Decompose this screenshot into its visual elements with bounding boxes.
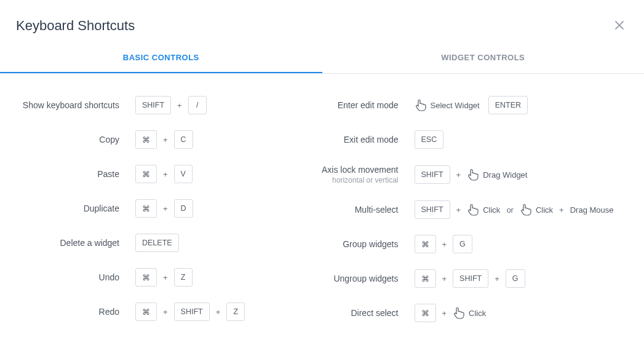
tab-bar: BASIC CONTROLS WIDGET CONTROLS	[0, 42, 644, 74]
shortcut-combo: ⌘ + G	[415, 235, 632, 253]
shortcut-row-multi-select: Multi-select SHIFT + Click or Click +	[322, 200, 632, 219]
shortcut-combo: Select Widget ENTER	[415, 96, 632, 114]
pointer-icon	[520, 204, 532, 216]
plus-separator: +	[442, 240, 447, 249]
action-select-widget: Select Widget	[415, 99, 480, 111]
shortcut-label: Delete a widget	[60, 238, 119, 248]
shortcut-combo: DELETE	[135, 234, 322, 252]
shortcut-label: Undo	[99, 272, 119, 282]
action-text: Select Widget	[431, 101, 480, 110]
shortcut-combo: ⌘ + SHIFT + Z	[135, 302, 322, 321]
action-text: Click	[483, 205, 500, 215]
pointer-icon	[467, 168, 479, 181]
or-separator: or	[506, 205, 514, 215]
shortcut-combo: SHIFT + /	[135, 96, 322, 114]
key-cmd: ⌘	[415, 304, 436, 322]
shortcut-label: Multi-select	[355, 205, 399, 215]
plus-separator: +	[163, 170, 168, 179]
pointer-icon	[467, 204, 479, 216]
shortcut-combo: ⌘ + SHIFT + G	[415, 269, 632, 288]
action-click: Click	[453, 307, 486, 319]
key-cmd: ⌘	[135, 302, 157, 321]
shortcut-label: Copy	[99, 135, 119, 144]
pointer-icon	[415, 99, 427, 111]
action-text: Click	[469, 309, 486, 318]
shortcut-label: Group widgets	[343, 239, 398, 249]
action-click: Click	[520, 204, 553, 216]
shortcut-row-show-shortcuts: Show keyboard shortcuts SHIFT + /	[12, 96, 322, 114]
close-button[interactable]	[611, 16, 628, 36]
key-cmd: ⌘	[415, 235, 436, 253]
shortcut-combo: ⌘ + D	[135, 199, 322, 218]
key-c: C	[174, 130, 193, 149]
shortcut-combo: SHIFT + Click or Click + Drag Mouse	[415, 200, 632, 219]
shortcut-row-copy: Copy ⌘ + C	[12, 130, 322, 149]
close-icon	[614, 20, 624, 30]
key-slash: /	[188, 96, 207, 114]
key-d: D	[174, 199, 193, 218]
shortcut-label: Enter edit mode	[338, 100, 399, 110]
shortcut-label: Direct select	[351, 308, 398, 318]
plus-separator: +	[456, 205, 461, 215]
key-shift: SHIFT	[135, 96, 171, 114]
tab-widget-controls[interactable]: WIDGET CONTROLS	[322, 42, 645, 73]
action-drag-mouse: Drag Mouse	[570, 205, 614, 215]
shortcut-row-undo: Undo ⌘ + Z	[12, 268, 322, 287]
shortcut-combo: ⌘ + Z	[135, 268, 322, 287]
shortcut-label: Duplicate	[84, 204, 119, 213]
modal-header: Keyboard Shortcuts	[0, 0, 644, 42]
shortcut-combo: ⌘ + Click	[415, 304, 632, 322]
shortcut-row-redo: Redo ⌘ + SHIFT + Z	[12, 302, 322, 321]
key-enter: ENTER	[488, 96, 528, 114]
shortcut-combo: ⌘ + C	[135, 130, 322, 149]
key-g: G	[453, 235, 472, 253]
key-cmd: ⌘	[415, 269, 436, 288]
plus-separator: +	[163, 135, 168, 144]
pointer-icon	[453, 307, 465, 319]
key-cmd: ⌘	[135, 199, 157, 218]
key-shift: SHIFT	[174, 302, 210, 321]
key-cmd: ⌘	[135, 165, 157, 183]
shortcut-combo: SHIFT + Drag Widget	[415, 165, 632, 184]
plus-separator: +	[177, 101, 182, 110]
key-g: G	[506, 269, 525, 288]
shortcut-label: Show keyboard shortcuts	[23, 100, 119, 110]
shortcut-row-axis-lock: Axis lock movement horizontal or vertica…	[322, 165, 632, 184]
shortcut-row-delete-widget: Delete a widget DELETE	[12, 234, 322, 252]
shortcut-label: Redo	[99, 307, 119, 317]
plus-separator: +	[163, 307, 168, 317]
shortcut-row-enter-edit: Enter edit mode Select Widget ENTER	[322, 96, 632, 114]
key-shift: SHIFT	[453, 269, 488, 288]
action-drag-widget: Drag Widget	[467, 168, 527, 181]
shortcut-combo: ESC	[415, 130, 632, 149]
plus-separator: +	[456, 170, 461, 180]
plus-separator: +	[495, 274, 499, 283]
plus-separator: +	[163, 204, 168, 213]
key-cmd: ⌘	[135, 268, 157, 287]
shortcut-row-ungroup: Ungroup widgets ⌘ + SHIFT + G	[322, 269, 632, 288]
tab-basic-controls[interactable]: BASIC CONTROLS	[0, 42, 322, 73]
plus-separator: +	[442, 309, 447, 318]
key-esc: ESC	[415, 130, 444, 149]
key-shift: SHIFT	[415, 165, 450, 184]
shortcuts-column-left: Show keyboard shortcuts SHIFT + / Copy ⌘…	[12, 96, 322, 338]
shortcut-row-group: Group widgets ⌘ + G	[322, 235, 632, 253]
action-text: Drag Widget	[483, 170, 527, 180]
plus-separator: +	[559, 205, 564, 215]
shortcut-label: Axis lock movement	[322, 165, 398, 175]
shortcut-row-direct-select: Direct select ⌘ + Click	[322, 304, 632, 322]
shortcuts-content: Show keyboard shortcuts SHIFT + / Copy ⌘…	[0, 74, 644, 340]
key-cmd: ⌘	[135, 130, 157, 149]
shortcut-label: Ungroup widgets	[333, 274, 398, 283]
shortcut-sublabel: horizontal or vertical	[332, 176, 398, 184]
plus-separator: +	[163, 273, 168, 282]
key-delete: DELETE	[135, 234, 179, 252]
shortcut-combo: ⌘ + V	[135, 165, 322, 183]
action-click: Click	[467, 204, 500, 216]
shortcut-row-exit-edit: Exit edit mode ESC	[322, 130, 632, 149]
shortcuts-column-right: Enter edit mode Select Widget ENTER Exit…	[322, 96, 632, 338]
action-text: Drag Mouse	[570, 205, 614, 215]
shortcut-label: Paste	[97, 169, 119, 179]
shortcut-row-duplicate: Duplicate ⌘ + D	[12, 199, 322, 218]
action-text: Click	[536, 205, 553, 215]
